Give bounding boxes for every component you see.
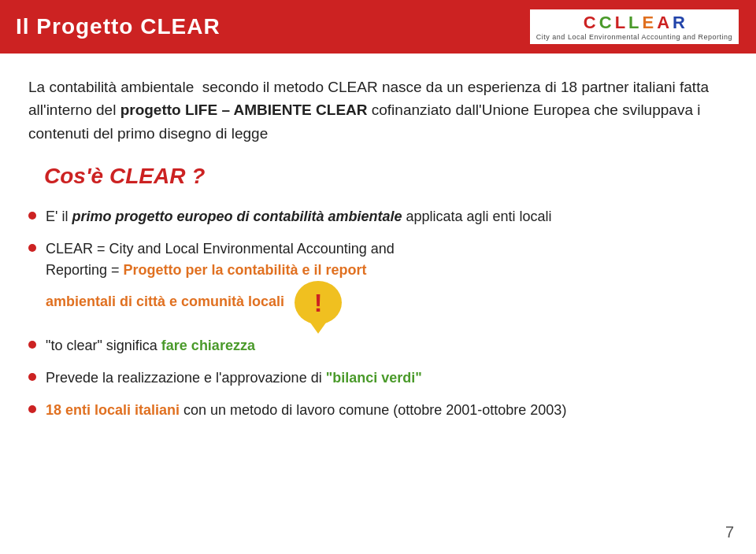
logo-letter-c1: C — [584, 13, 596, 33]
bullet-item-1: E' il primo progetto europeo di contabil… — [28, 206, 728, 227]
logo-subtitle: City and Local Environmental Accounting … — [536, 33, 732, 41]
main-content: La contabilità ambientale secondo il met… — [0, 54, 756, 448]
bullet-item-5: 18 enti locali italiani con un metodo di… — [28, 400, 728, 421]
bullet-item-2: CLEAR = City and Local Environmental Acc… — [28, 238, 728, 324]
logo-letter-c2: C — [599, 13, 612, 33]
header-bar: Il Progetto CLEAR C C L L E A R City and… — [0, 0, 756, 54]
bullet-dot-4 — [28, 373, 36, 381]
exclamation-bubble: ! — [295, 281, 342, 324]
intro-paragraph: La contabilità ambientale secondo il met… — [28, 76, 728, 145]
logo-letter-e: E — [643, 13, 654, 33]
page-title: Il Progetto CLEAR — [16, 14, 220, 39]
bold-first-project: primo progetto europeo di contabilità am… — [72, 209, 402, 224]
bullet-dot-5 — [28, 405, 36, 413]
bullet-text-2: CLEAR = City and Local Environmental Acc… — [46, 238, 395, 324]
bullet-dot-2 — [28, 244, 36, 252]
logo-letter-a: A — [657, 13, 669, 33]
bullet-dot-3 — [28, 341, 36, 349]
logo: C C L L E A R City and Local Environment… — [528, 8, 740, 46]
logo-letters: C C L L E A R — [584, 13, 685, 33]
bullet-text-1: E' il primo progetto europeo di contabil… — [46, 206, 552, 227]
bullet-text-4: Prevede la realizzazione e l'approvazion… — [46, 367, 422, 389]
bullet-dot-1 — [28, 212, 36, 220]
bullet-list: E' il primo progetto europeo di contabil… — [28, 206, 728, 421]
logo-letter-l1: L — [615, 13, 625, 33]
bullet-item-4: Prevede la realizzazione e l'approvazion… — [28, 367, 728, 389]
exclamation-mark: ! — [314, 284, 323, 322]
highlight-chiarezza: fare chiarezza — [161, 338, 255, 353]
cos-e-clear-heading: Cos'è CLEAR ? — [44, 164, 728, 189]
page-number: 7 — [725, 523, 734, 541]
logo-letter-l2: L — [628, 13, 639, 33]
highlight-bilanci-verdi: "bilanci verdi" — [326, 370, 422, 386]
exclamation-bubble-container: ! — [295, 281, 342, 324]
highlight-18-enti: 18 enti locali italiani — [46, 402, 180, 418]
bold-progetto-life: progetto LIFE – AMBIENTE CLEAR — [120, 102, 368, 118]
bullet-text-5: 18 enti locali italiani con un metodo di… — [46, 400, 566, 421]
bullet-text-3: "to clear" significa fare chiarezza — [46, 335, 255, 356]
logo-letter-r: R — [673, 13, 685, 33]
bullet-item-3: "to clear" significa fare chiarezza — [28, 335, 728, 356]
